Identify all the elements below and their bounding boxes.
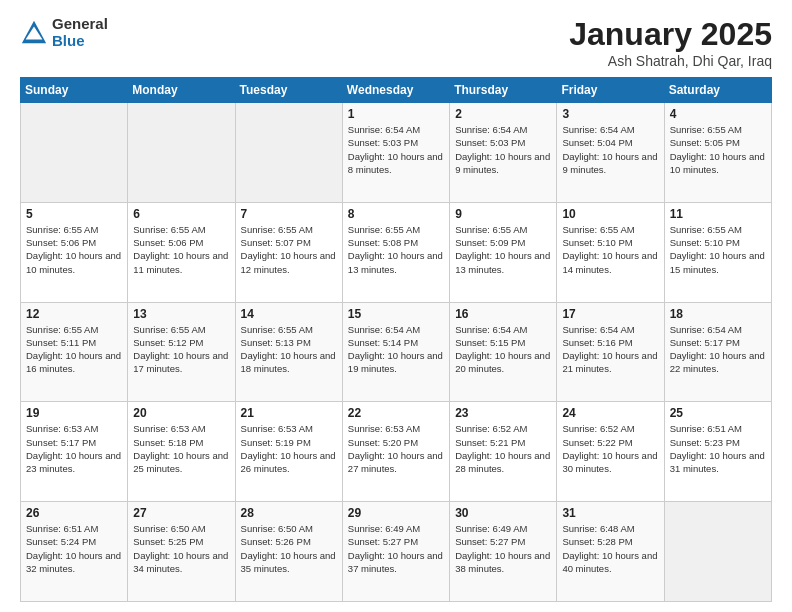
weekday-row: SundayMondayTuesdayWednesdayThursdayFrid… [21,78,772,103]
day-number: 21 [241,406,337,420]
calendar-title: January 2025 [569,16,772,53]
day-number: 20 [133,406,229,420]
calendar-cell: 22Sunrise: 6:53 AMSunset: 5:20 PMDayligh… [342,402,449,502]
calendar-cell: 30Sunrise: 6:49 AMSunset: 5:27 PMDayligh… [450,502,557,602]
day-info: Sunrise: 6:48 AMSunset: 5:28 PMDaylight:… [562,522,658,575]
day-info: Sunrise: 6:55 AMSunset: 5:05 PMDaylight:… [670,123,766,176]
week-row-5: 26Sunrise: 6:51 AMSunset: 5:24 PMDayligh… [21,502,772,602]
day-info: Sunrise: 6:52 AMSunset: 5:22 PMDaylight:… [562,422,658,475]
day-info: Sunrise: 6:53 AMSunset: 5:19 PMDaylight:… [241,422,337,475]
calendar-cell: 12Sunrise: 6:55 AMSunset: 5:11 PMDayligh… [21,302,128,402]
calendar-cell: 25Sunrise: 6:51 AMSunset: 5:23 PMDayligh… [664,402,771,502]
logo: General Blue [20,16,108,49]
calendar-cell [128,103,235,203]
day-number: 1 [348,107,444,121]
calendar-cell: 1Sunrise: 6:54 AMSunset: 5:03 PMDaylight… [342,103,449,203]
day-number: 2 [455,107,551,121]
day-number: 31 [562,506,658,520]
day-info: Sunrise: 6:49 AMSunset: 5:27 PMDaylight:… [348,522,444,575]
day-info: Sunrise: 6:51 AMSunset: 5:24 PMDaylight:… [26,522,122,575]
calendar-cell: 27Sunrise: 6:50 AMSunset: 5:25 PMDayligh… [128,502,235,602]
day-number: 17 [562,307,658,321]
header: General Blue January 2025 Ash Shatrah, D… [20,16,772,69]
calendar-cell: 5Sunrise: 6:55 AMSunset: 5:06 PMDaylight… [21,202,128,302]
day-number: 29 [348,506,444,520]
day-info: Sunrise: 6:54 AMSunset: 5:03 PMDaylight:… [455,123,551,176]
weekday-header-friday: Friday [557,78,664,103]
day-info: Sunrise: 6:55 AMSunset: 5:13 PMDaylight:… [241,323,337,376]
day-number: 23 [455,406,551,420]
calendar-cell: 9Sunrise: 6:55 AMSunset: 5:09 PMDaylight… [450,202,557,302]
calendar-cell: 24Sunrise: 6:52 AMSunset: 5:22 PMDayligh… [557,402,664,502]
day-number: 27 [133,506,229,520]
logo-general-label: General [52,16,108,33]
week-row-1: 1Sunrise: 6:54 AMSunset: 5:03 PMDaylight… [21,103,772,203]
calendar-cell: 20Sunrise: 6:53 AMSunset: 5:18 PMDayligh… [128,402,235,502]
day-info: Sunrise: 6:55 AMSunset: 5:07 PMDaylight:… [241,223,337,276]
day-info: Sunrise: 6:54 AMSunset: 5:14 PMDaylight:… [348,323,444,376]
calendar-cell: 11Sunrise: 6:55 AMSunset: 5:10 PMDayligh… [664,202,771,302]
page: General Blue January 2025 Ash Shatrah, D… [0,0,792,612]
day-info: Sunrise: 6:54 AMSunset: 5:17 PMDaylight:… [670,323,766,376]
day-info: Sunrise: 6:55 AMSunset: 5:12 PMDaylight:… [133,323,229,376]
weekday-header-saturday: Saturday [664,78,771,103]
day-info: Sunrise: 6:55 AMSunset: 5:10 PMDaylight:… [670,223,766,276]
calendar-cell: 14Sunrise: 6:55 AMSunset: 5:13 PMDayligh… [235,302,342,402]
day-number: 15 [348,307,444,321]
calendar-cell: 3Sunrise: 6:54 AMSunset: 5:04 PMDaylight… [557,103,664,203]
day-info: Sunrise: 6:54 AMSunset: 5:03 PMDaylight:… [348,123,444,176]
day-info: Sunrise: 6:50 AMSunset: 5:25 PMDaylight:… [133,522,229,575]
calendar-body: 1Sunrise: 6:54 AMSunset: 5:03 PMDaylight… [21,103,772,602]
logo-text: General Blue [52,16,108,49]
day-number: 6 [133,207,229,221]
day-info: Sunrise: 6:53 AMSunset: 5:18 PMDaylight:… [133,422,229,475]
weekday-header-tuesday: Tuesday [235,78,342,103]
day-info: Sunrise: 6:50 AMSunset: 5:26 PMDaylight:… [241,522,337,575]
logo-blue-label: Blue [52,33,108,50]
day-number: 10 [562,207,658,221]
calendar-cell: 18Sunrise: 6:54 AMSunset: 5:17 PMDayligh… [664,302,771,402]
calendar-cell [235,103,342,203]
calendar-cell: 16Sunrise: 6:54 AMSunset: 5:15 PMDayligh… [450,302,557,402]
day-info: Sunrise: 6:55 AMSunset: 5:09 PMDaylight:… [455,223,551,276]
calendar-cell [664,502,771,602]
weekday-header-wednesday: Wednesday [342,78,449,103]
calendar-cell: 17Sunrise: 6:54 AMSunset: 5:16 PMDayligh… [557,302,664,402]
calendar-cell: 23Sunrise: 6:52 AMSunset: 5:21 PMDayligh… [450,402,557,502]
day-number: 12 [26,307,122,321]
day-number: 13 [133,307,229,321]
day-info: Sunrise: 6:55 AMSunset: 5:08 PMDaylight:… [348,223,444,276]
day-info: Sunrise: 6:55 AMSunset: 5:11 PMDaylight:… [26,323,122,376]
calendar-cell [21,103,128,203]
day-number: 28 [241,506,337,520]
week-row-3: 12Sunrise: 6:55 AMSunset: 5:11 PMDayligh… [21,302,772,402]
calendar-cell: 26Sunrise: 6:51 AMSunset: 5:24 PMDayligh… [21,502,128,602]
day-number: 5 [26,207,122,221]
calendar-cell: 4Sunrise: 6:55 AMSunset: 5:05 PMDaylight… [664,103,771,203]
day-number: 7 [241,207,337,221]
calendar-header: SundayMondayTuesdayWednesdayThursdayFrid… [21,78,772,103]
day-info: Sunrise: 6:52 AMSunset: 5:21 PMDaylight:… [455,422,551,475]
day-number: 18 [670,307,766,321]
day-number: 16 [455,307,551,321]
day-info: Sunrise: 6:54 AMSunset: 5:16 PMDaylight:… [562,323,658,376]
calendar-cell: 19Sunrise: 6:53 AMSunset: 5:17 PMDayligh… [21,402,128,502]
day-info: Sunrise: 6:49 AMSunset: 5:27 PMDaylight:… [455,522,551,575]
day-number: 22 [348,406,444,420]
weekday-header-monday: Monday [128,78,235,103]
day-number: 8 [348,207,444,221]
weekday-header-sunday: Sunday [21,78,128,103]
day-number: 14 [241,307,337,321]
calendar-cell: 8Sunrise: 6:55 AMSunset: 5:08 PMDaylight… [342,202,449,302]
calendar-cell: 13Sunrise: 6:55 AMSunset: 5:12 PMDayligh… [128,302,235,402]
day-info: Sunrise: 6:55 AMSunset: 5:10 PMDaylight:… [562,223,658,276]
weekday-header-thursday: Thursday [450,78,557,103]
day-info: Sunrise: 6:53 AMSunset: 5:20 PMDaylight:… [348,422,444,475]
logo-icon [20,19,48,47]
day-number: 4 [670,107,766,121]
title-block: January 2025 Ash Shatrah, Dhi Qar, Iraq [569,16,772,69]
day-number: 26 [26,506,122,520]
calendar-cell: 31Sunrise: 6:48 AMSunset: 5:28 PMDayligh… [557,502,664,602]
calendar-cell: 29Sunrise: 6:49 AMSunset: 5:27 PMDayligh… [342,502,449,602]
day-number: 25 [670,406,766,420]
